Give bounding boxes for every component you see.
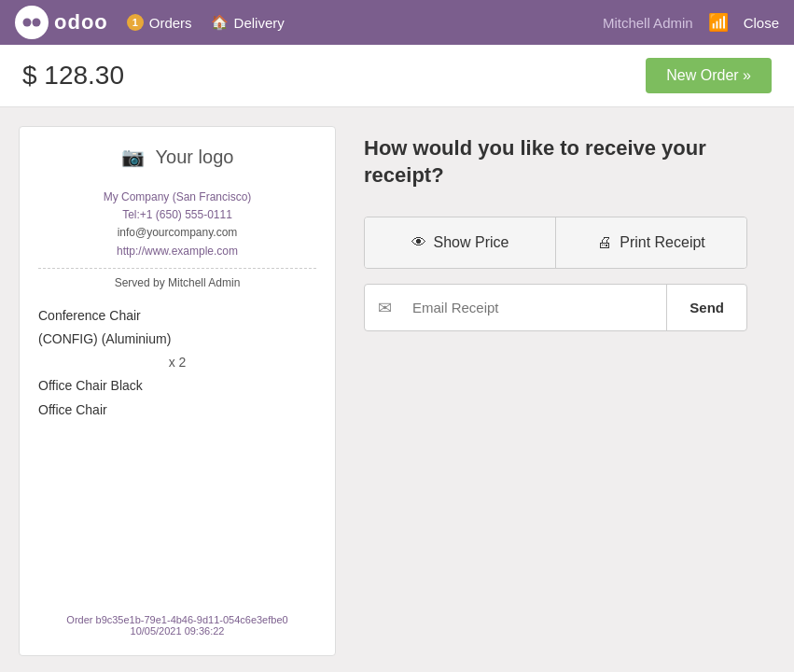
receipt-card: 📷 Your logo My Company (San Francisco) T… bbox=[19, 126, 336, 656]
svg-point-0 bbox=[23, 19, 32, 27]
company-email: info@yourcompany.com bbox=[104, 224, 252, 242]
top-bar: odoo 1 Orders 🏠 Delivery Mitchell Admin … bbox=[0, 0, 794, 45]
main-content: 📷 Your logo My Company (San Francisco) T… bbox=[0, 107, 794, 672]
list-item: Office Chair bbox=[38, 399, 316, 422]
company-name: My Company (San Francisco) bbox=[104, 189, 252, 206]
list-item: Conference Chair bbox=[38, 304, 316, 328]
orders-nav[interactable]: 1 Orders bbox=[127, 14, 192, 31]
receipt-order-id: Order b9c35e1b-79e1-4b46-9d11-054c6e3efb… bbox=[66, 614, 287, 625]
receipt-question: How would you like to receive your recei… bbox=[364, 135, 747, 189]
email-icon: ✉ bbox=[365, 298, 405, 318]
list-item: Office Chair Black bbox=[38, 374, 316, 398]
receipt-datetime: 10/05/2021 09:36:22 bbox=[66, 625, 287, 637]
list-item-qty: x 2 bbox=[38, 351, 316, 374]
close-button[interactable]: Close bbox=[744, 15, 779, 31]
odoo-logo-circle bbox=[15, 6, 49, 39]
email-row: ✉ Send bbox=[364, 284, 747, 331]
wifi-icon: 📶 bbox=[708, 12, 729, 33]
top-bar-right: Mitchell Admin 📶 Close bbox=[603, 12, 779, 33]
delivery-label: Delivery bbox=[234, 15, 285, 31]
show-price-button[interactable]: 👁 Show Price bbox=[365, 217, 556, 268]
home-icon: 🏠 bbox=[211, 14, 229, 31]
receipt-items: Conference Chair (CONFIG) (Aluminium) x … bbox=[38, 304, 316, 422]
username-label: Mitchell Admin bbox=[603, 15, 693, 31]
odoo-logo-icon bbox=[20, 10, 44, 35]
email-input[interactable] bbox=[405, 285, 666, 330]
new-order-button[interactable]: New Order » bbox=[646, 58, 772, 93]
receipt-logo-label: 📷 Your logo bbox=[121, 146, 234, 168]
served-by: Served by Mitchell Admin bbox=[115, 276, 241, 289]
company-tel: Tel:+1 (650) 555-0111 bbox=[104, 206, 252, 224]
print-receipt-button[interactable]: 🖨 Print Receipt bbox=[556, 217, 746, 268]
company-website: http://www.example.com bbox=[104, 243, 252, 260]
orders-badge: 1 bbox=[127, 14, 144, 31]
odoo-logo: odoo bbox=[15, 6, 108, 39]
print-icon: 🖨 bbox=[597, 234, 612, 251]
orders-label: Orders bbox=[149, 15, 192, 31]
print-receipt-label: Print Receipt bbox=[620, 234, 705, 251]
receipt-divider bbox=[38, 268, 316, 269]
top-bar-left: odoo 1 Orders 🏠 Delivery bbox=[15, 6, 603, 39]
send-button[interactable]: Send bbox=[666, 285, 746, 330]
receipt-logo-text: Your logo bbox=[156, 147, 234, 168]
amount-bar: $ 128.30 New Order » bbox=[0, 45, 794, 107]
svg-point-1 bbox=[33, 19, 41, 27]
odoo-logo-text: odoo bbox=[54, 10, 108, 35]
camera-icon: 📷 bbox=[121, 146, 145, 168]
eye-icon: 👁 bbox=[411, 234, 426, 251]
receipt-company-info: My Company (San Francisco) Tel:+1 (650) … bbox=[104, 189, 252, 260]
list-item: (CONFIG) (Aluminium) bbox=[38, 328, 316, 351]
right-panel: How would you like to receive your recei… bbox=[336, 126, 775, 656]
show-price-label: Show Price bbox=[434, 234, 509, 251]
receipt-options: 👁 Show Price 🖨 Print Receipt bbox=[364, 217, 747, 269]
receipt-logo-area: 📷 Your logo bbox=[121, 146, 234, 168]
receipt-footer: Order b9c35e1b-79e1-4b46-9d11-054c6e3efb… bbox=[66, 586, 287, 637]
delivery-nav[interactable]: 🏠 Delivery bbox=[211, 14, 285, 31]
total-amount: $ 128.30 bbox=[22, 61, 124, 91]
